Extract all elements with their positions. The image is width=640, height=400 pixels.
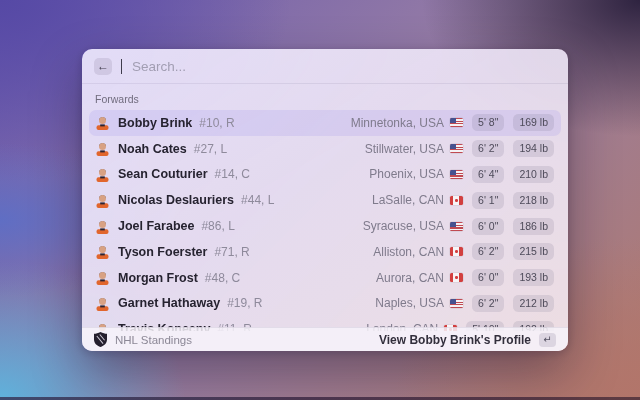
nhl-logo-icon xyxy=(94,332,107,347)
player-row[interactable]: Morgan Frost #48, C Aurora, CAN 6' 0" 19… xyxy=(89,265,561,291)
player-name: Tyson Foerster xyxy=(118,245,207,259)
player-weight-badge: 215 lb xyxy=(513,243,554,260)
player-hometown: Naples, USA xyxy=(375,296,444,310)
results-list: Bobby Brink #10, R Minnetonka, USA 5' 8"… xyxy=(89,110,561,331)
player-name: Morgan Frost xyxy=(118,271,198,285)
country-flag-icon xyxy=(450,144,463,153)
search-launcher-window: ← Forwards Bobby Brink #10, R Minnetonka… xyxy=(82,49,568,351)
player-name: Joel Farabee xyxy=(118,219,194,233)
player-number-position: #71, R xyxy=(214,245,249,259)
player-number-position: #10, R xyxy=(199,116,234,130)
player-hometown: Alliston, CAN xyxy=(373,245,444,259)
footer-bar: NHL Standings View Bobby Brink's Profile… xyxy=(82,327,568,351)
section-header-forwards: Forwards xyxy=(82,84,568,108)
player-weight-badge: 193 lb xyxy=(513,269,554,286)
player-height-badge: 6' 2" xyxy=(472,140,504,157)
player-number-position: #19, R xyxy=(227,296,262,310)
player-row-meta: Naples, USA 6' 2" 212 lb xyxy=(375,295,554,312)
player-weight-badge: 212 lb xyxy=(513,295,554,312)
player-avatar-icon xyxy=(96,244,109,259)
player-row[interactable]: Nicolas Deslauriers #44, L LaSalle, CAN … xyxy=(89,187,561,213)
enter-key-icon[interactable]: ↵ xyxy=(539,333,556,347)
player-hometown: Aurora, CAN xyxy=(376,271,444,285)
player-row[interactable]: Joel Farabee #86, L Syracuse, USA 6' 0" … xyxy=(89,213,561,239)
player-row-meta: Aurora, CAN 6' 0" 193 lb xyxy=(376,269,554,286)
player-name: Bobby Brink xyxy=(118,116,192,130)
player-avatar-icon xyxy=(96,219,109,234)
player-number-position: #44, L xyxy=(241,193,274,207)
player-row-meta: Syracuse, USA 6' 0" 186 lb xyxy=(363,218,554,235)
player-weight-badge: 169 lb xyxy=(513,114,554,131)
player-name: Nicolas Deslauriers xyxy=(118,193,234,207)
player-height-badge: 6' 2" xyxy=(472,243,504,260)
player-name: Garnet Hathaway xyxy=(118,296,220,310)
footer-primary-action[interactable]: View Bobby Brink's Profile xyxy=(379,333,531,347)
player-number-position: #14, C xyxy=(215,167,250,181)
player-row[interactable]: Bobby Brink #10, R Minnetonka, USA 5' 8"… xyxy=(89,110,561,136)
player-row-meta: Minnetonka, USA 5' 8" 169 lb xyxy=(351,114,554,131)
footer-app-label: NHL Standings xyxy=(115,334,192,346)
player-row[interactable]: Tyson Foerster #71, R Alliston, CAN 6' 2… xyxy=(89,239,561,265)
player-row-meta: LaSalle, CAN 6' 1" 218 lb xyxy=(372,192,554,209)
player-avatar-icon xyxy=(96,296,109,311)
back-button[interactable]: ← xyxy=(94,58,112,75)
player-height-badge: 6' 2" xyxy=(472,295,504,312)
player-row[interactable]: Sean Couturier #14, C Phoenix, USA 6' 4"… xyxy=(89,162,561,188)
player-number-position: #48, C xyxy=(205,271,240,285)
player-height-badge: 6' 0" xyxy=(472,269,504,286)
player-height-badge: 6' 4" xyxy=(472,166,504,183)
search-input[interactable] xyxy=(132,59,556,74)
country-flag-icon xyxy=(450,273,463,282)
player-name: Noah Cates xyxy=(118,142,187,156)
player-hometown: Phoenix, USA xyxy=(369,167,444,181)
player-row[interactable]: Garnet Hathaway #19, R Naples, USA 6' 2"… xyxy=(89,291,561,317)
country-flag-icon xyxy=(450,222,463,231)
player-row-meta: Alliston, CAN 6' 2" 215 lb xyxy=(373,243,554,260)
player-weight-badge: 186 lb xyxy=(513,218,554,235)
player-avatar-icon xyxy=(96,141,109,156)
country-flag-icon xyxy=(450,118,463,127)
country-flag-icon xyxy=(450,170,463,179)
player-height-badge: 6' 0" xyxy=(472,218,504,235)
player-avatar-icon xyxy=(96,193,109,208)
player-hometown: Stillwater, USA xyxy=(365,142,444,156)
player-hometown: Minnetonka, USA xyxy=(351,116,444,130)
country-flag-icon xyxy=(450,299,463,308)
player-weight-badge: 194 lb xyxy=(513,140,554,157)
country-flag-icon xyxy=(450,247,463,256)
player-avatar-icon xyxy=(96,115,109,130)
player-row-meta: Phoenix, USA 6' 4" 210 lb xyxy=(369,166,554,183)
player-avatar-icon xyxy=(96,270,109,285)
player-weight-badge: 210 lb xyxy=(513,166,554,183)
player-row-meta: Stillwater, USA 6' 2" 194 lb xyxy=(365,140,554,157)
player-row[interactable]: Noah Cates #27, L Stillwater, USA 6' 2" … xyxy=(89,136,561,162)
player-hometown: Syracuse, USA xyxy=(363,219,444,233)
player-name: Sean Couturier xyxy=(118,167,208,181)
player-weight-badge: 218 lb xyxy=(513,192,554,209)
text-caret xyxy=(121,59,122,74)
player-number-position: #86, L xyxy=(201,219,234,233)
country-flag-icon xyxy=(450,196,463,205)
search-bar: ← xyxy=(82,49,568,84)
player-height-badge: 6' 1" xyxy=(472,192,504,209)
player-hometown: LaSalle, CAN xyxy=(372,193,444,207)
player-height-badge: 5' 8" xyxy=(472,114,504,131)
player-number-position: #27, L xyxy=(194,142,227,156)
player-avatar-icon xyxy=(96,167,109,182)
